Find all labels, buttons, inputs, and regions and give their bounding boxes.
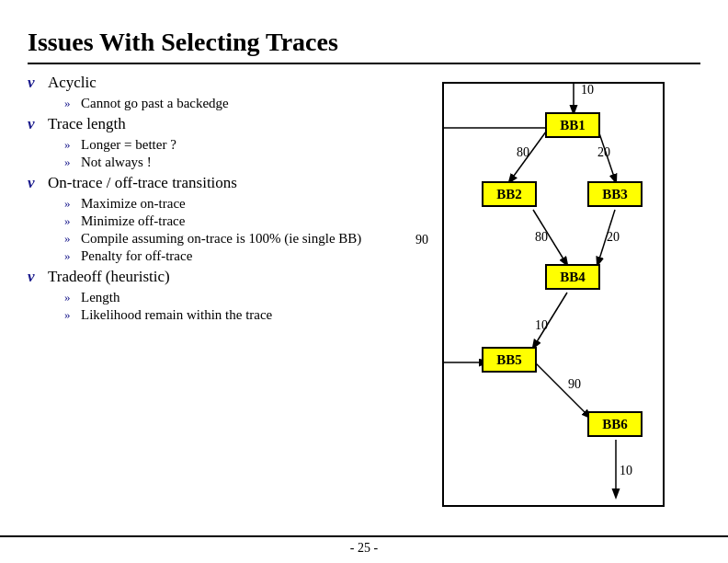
sub-marker-compile: » — [64, 231, 81, 246]
svg-line-7 — [535, 362, 590, 418]
node-bb1: BB1 — [560, 118, 586, 132]
sub-marker-backedge: » — [64, 96, 81, 110]
sub-text-maximize: Maximize on-trace — [81, 196, 186, 212]
sub-bullets-acyclic: » Cannot go past a backedge — [64, 96, 379, 111]
sub-bullets-tradeoff: » Length » Likelihood remain within the … — [64, 290, 379, 323]
sub-bullet-length: » Length — [64, 290, 379, 305]
bullet-text-tradeoff: Tradeoff (heuristic) — [48, 268, 170, 286]
label-20-bb3-bb4: 20 — [607, 230, 620, 244]
sub-bullet-likelihood: » Likelihood remain within the trace — [64, 307, 379, 323]
label-20-bb1-bb3: 20 — [597, 145, 610, 159]
sub-bullet-not-always: » Not always ! — [64, 155, 379, 170]
sub-bullet-backedge: » Cannot go past a backedge — [64, 96, 379, 111]
node-bb4: BB4 — [560, 270, 586, 284]
label-80-bb1-bb2: 80 — [517, 145, 529, 159]
bullet-text-trace: Trace length — [48, 115, 126, 133]
bullet-marker-acyclic: v — [28, 74, 48, 92]
sub-bullet-minimize: » Minimize off-trace — [64, 213, 379, 229]
bullet-text-acyclic: Acyclic — [48, 74, 97, 92]
bottom-line — [0, 535, 728, 537]
sub-marker-penalty: » — [64, 248, 81, 263]
slide-title: Issues With Selecting Traces — [28, 28, 700, 64]
sub-marker-maximize: » — [64, 196, 81, 211]
sub-text-minimize: Minimize off-trace — [81, 213, 185, 229]
sub-marker-not-always: » — [64, 155, 81, 169]
bullet-marker-tradeoff: v — [28, 268, 48, 286]
svg-rect-0 — [443, 83, 664, 506]
sub-bullets-trace: » Longer = better ? » Not always ! — [64, 137, 379, 170]
label-90-left: 90 — [415, 233, 428, 247]
node-bb6: BB6 — [602, 417, 628, 431]
content-area: v Acyclic » Cannot go past a backedge v … — [28, 74, 700, 517]
sub-text-penalty: Penalty for off-trace — [81, 248, 192, 264]
sub-bullet-maximize: » Maximize on-trace — [64, 196, 379, 212]
sub-text-backedge: Cannot go past a backedge — [81, 96, 229, 111]
bullet-marker-trace: v — [28, 115, 48, 133]
sub-text-longer: Longer = better ? — [81, 137, 176, 153]
node-bb3: BB3 — [602, 187, 628, 201]
label-90-bb5-bb6: 90 — [568, 377, 581, 391]
node-bb5: BB5 — [496, 352, 522, 367]
slide: Issues With Selecting Traces v Acyclic »… — [0, 0, 728, 563]
label-80-bb2-bb4: 80 — [535, 230, 548, 244]
diagram: BB1 BB2 BB3 BB4 BB5 BB6 — [388, 74, 700, 524]
sub-text-not-always: Not always ! — [81, 155, 152, 170]
label-10-bb4-bb5: 10 — [535, 318, 548, 332]
sub-marker-longer: » — [64, 137, 81, 152]
bullet-marker-on-trace: v — [28, 174, 48, 192]
sub-bullet-compile: » Compile assuming on-trace is 100% (ie … — [64, 231, 379, 247]
sub-text-compile: Compile assuming on-trace is 100% (ie si… — [81, 231, 361, 247]
sub-bullet-longer: » Longer = better ? — [64, 137, 379, 153]
page-number: - 25 - — [350, 541, 378, 556]
bullet-on-trace: v On-trace / off-trace transitions — [28, 174, 379, 192]
bullet-text-on-trace: On-trace / off-trace transitions — [48, 174, 237, 192]
label-10-bb6-bottom: 10 — [620, 464, 632, 477]
sub-bullet-penalty: » Penalty for off-trace — [64, 248, 379, 264]
sub-marker-minimize: » — [64, 213, 81, 228]
sub-marker-length: » — [64, 290, 81, 304]
bullet-trace-length: v Trace length — [28, 115, 379, 133]
label-10-top: 10 — [581, 83, 594, 97]
left-column: v Acyclic » Cannot go past a backedge v … — [28, 74, 388, 517]
bullet-acyclic: v Acyclic — [28, 74, 379, 92]
node-bb2: BB2 — [496, 187, 522, 201]
sub-bullets-on-trace: » Maximize on-trace » Minimize off-trace… — [64, 196, 379, 264]
right-column: BB1 BB2 BB3 BB4 BB5 BB6 — [388, 74, 700, 517]
sub-text-likelihood: Likelihood remain within the trace — [81, 307, 272, 323]
sub-text-length: Length — [81, 290, 120, 305]
diagram-svg: BB1 BB2 BB3 BB4 BB5 BB6 — [388, 74, 700, 524]
sub-marker-likelihood: » — [64, 307, 81, 322]
bullet-tradeoff: v Tradeoff (heuristic) — [28, 268, 379, 286]
